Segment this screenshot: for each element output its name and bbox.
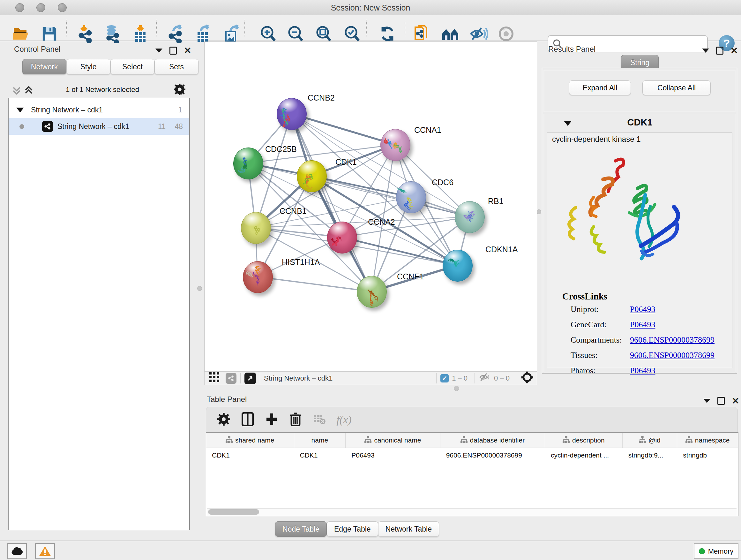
collapse-all-button[interactable]: Collapse All: [643, 80, 711, 95]
zoom-selected-icon[interactable]: [342, 23, 362, 44]
memory-button[interactable]: Memory: [694, 543, 738, 559]
network-node-ccnb1[interactable]: [241, 212, 271, 244]
network-canvas[interactable]: CCNB2CCNA1CDC25BCDK1CDC6RB1CCNB1CCNA2CDK…: [204, 42, 537, 372]
tab-network-table[interactable]: Network Table: [378, 521, 439, 537]
show-all-icon[interactable]: [496, 23, 516, 44]
cloud-button[interactable]: [7, 543, 27, 559]
export-network-icon[interactable]: [165, 23, 186, 44]
export-table-icon[interactable]: [193, 23, 213, 44]
function-builder-icon[interactable]: f(x): [336, 414, 351, 426]
delete-table-icon[interactable]: [313, 414, 326, 426]
panel-close-icon[interactable]: ✕: [731, 48, 738, 54]
birds-eye-grid-icon[interactable]: [209, 372, 220, 385]
panel-maximize-icon[interactable]: [170, 47, 177, 55]
table-horizontal-scrollbar[interactable]: [207, 508, 737, 516]
column-header-description[interactable]: description: [545, 433, 623, 448]
tab-sets[interactable]: Sets: [154, 59, 199, 74]
refresh-icon[interactable]: [377, 23, 398, 44]
entry-gene-name: CDK1: [592, 117, 688, 128]
vertical-splitter-handle[interactable]: [536, 209, 541, 214]
column-header-id[interactable]: @id: [623, 433, 677, 448]
table-cell[interactable]: 9606.ENSP00000378699: [441, 448, 545, 462]
scrollbar-thumb[interactable]: [208, 509, 259, 515]
network-node-hist1h1a[interactable]: [243, 261, 273, 293]
table-cell[interactable]: cyclin-dependent ...: [545, 448, 623, 462]
network-node-cdk1[interactable]: [297, 160, 327, 192]
fit-selected-crosshair-icon[interactable]: [521, 371, 534, 386]
collection-expand-icon[interactable]: [16, 108, 24, 112]
network-node-cdkn1a[interactable]: [443, 250, 473, 282]
zoom-out-icon[interactable]: [285, 23, 306, 44]
import-database-icon[interactable]: [102, 23, 122, 44]
save-session-icon[interactable]: [39, 23, 60, 44]
panel-close-icon[interactable]: ✕: [184, 48, 191, 54]
crosslink-link[interactable]: P06493: [630, 366, 655, 375]
table-cell[interactable]: CDK1: [294, 448, 346, 462]
expand-all-button[interactable]: Expand All: [569, 80, 631, 95]
network-edge[interactable]: [291, 114, 395, 145]
entry-collapse-icon[interactable]: [564, 121, 571, 126]
tab-select[interactable]: Select: [111, 59, 154, 74]
column-header-databaseidentifier[interactable]: database identifier: [441, 433, 545, 448]
horizontal-splitter-handle[interactable]: [454, 386, 459, 391]
table-cell[interactable]: stringdb:9...: [623, 448, 677, 462]
open-file-icon[interactable]: [11, 23, 31, 44]
export-image-icon[interactable]: [221, 23, 242, 44]
network-node-cdc25b[interactable]: [233, 147, 263, 179]
network-node-ccna1[interactable]: [381, 129, 410, 161]
warning-button[interactable]: [35, 543, 55, 559]
panel-float-icon[interactable]: [155, 49, 162, 53]
table-row[interactable]: CDK1CDK1P064939606.ENSP00000378699cyclin…: [206, 448, 738, 462]
network-row[interactable]: String Network – cdk1 11 48: [9, 118, 189, 135]
show-columns-icon[interactable]: [242, 412, 254, 428]
node-label-ccne1: CCNE1: [397, 272, 424, 281]
network-node-ccna2[interactable]: [327, 222, 357, 253]
add-column-icon[interactable]: [265, 412, 278, 428]
network-options-gear-icon[interactable]: [174, 84, 185, 97]
import-table-icon[interactable]: [130, 23, 151, 44]
network-node-ccne1[interactable]: [357, 276, 387, 308]
open-in-window-icon[interactable]: [245, 373, 256, 384]
network-node-cdc6[interactable]: [396, 181, 426, 213]
zoom-fit-icon[interactable]: [313, 23, 334, 44]
crosslink-link[interactable]: P06493: [630, 305, 655, 314]
network-collection-row[interactable]: String Network – cdk1 1: [9, 102, 189, 118]
network-edge[interactable]: [258, 277, 372, 292]
tab-node-table[interactable]: Node Table: [275, 521, 327, 537]
panel-float-icon[interactable]: [703, 399, 711, 403]
tab-network[interactable]: Network: [22, 59, 66, 74]
panel-maximize-icon[interactable]: [718, 397, 725, 405]
table-cell[interactable]: CDK1: [206, 448, 294, 462]
collapse-all-networks-icon[interactable]: [12, 85, 21, 97]
tab-style[interactable]: Style: [66, 59, 111, 74]
tab-edge-table[interactable]: Edge Table: [327, 521, 378, 537]
crosslink-label: Tissues:: [570, 351, 630, 360]
hide-selected-icon[interactable]: [468, 23, 488, 44]
first-neighbors-icon[interactable]: [440, 23, 461, 44]
selected-count-checkbox-icon[interactable]: ✓: [441, 374, 449, 382]
clone-network-icon[interactable]: [412, 23, 432, 44]
panel-float-icon[interactable]: [702, 49, 709, 53]
table-gear-icon[interactable]: [217, 413, 230, 427]
vertical-splitter-handle[interactable]: [197, 286, 202, 291]
column-header-sharedname[interactable]: shared name: [206, 433, 294, 448]
statusbar-separator: [517, 373, 517, 383]
network-node-rb1[interactable]: [455, 201, 485, 233]
table-cell[interactable]: P06493: [346, 448, 440, 462]
crosslink-link[interactable]: P06493: [630, 320, 655, 329]
panel-close-icon[interactable]: ✕: [732, 398, 739, 404]
column-header-name[interactable]: name: [294, 433, 346, 448]
column-header-namespace[interactable]: namespace: [677, 433, 738, 448]
import-network-icon[interactable]: [75, 23, 95, 44]
network-node-ccnb2[interactable]: [277, 98, 307, 130]
panel-maximize-icon[interactable]: [716, 47, 724, 55]
crosslink-link[interactable]: 9606.ENSP00000378699: [630, 335, 715, 345]
network-share-icon[interactable]: [226, 373, 237, 384]
column-header-canonicalname[interactable]: canonical name: [346, 433, 440, 448]
zoom-in-icon[interactable]: [258, 23, 278, 44]
expand-all-networks-icon[interactable]: [24, 85, 33, 97]
crosslink-link[interactable]: 9606.ENSP00000378699: [630, 351, 715, 360]
network-edge[interactable]: [342, 237, 457, 265]
delete-column-icon[interactable]: [289, 412, 301, 428]
table-cell[interactable]: stringdb: [677, 448, 738, 462]
